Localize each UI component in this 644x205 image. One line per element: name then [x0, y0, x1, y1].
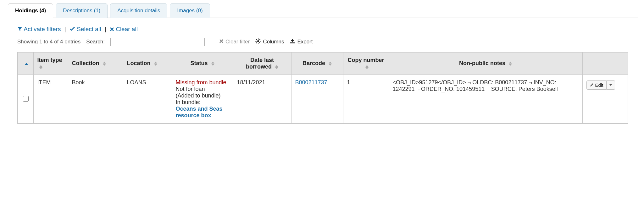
col-barcode[interactable]: Barcode — [291, 52, 343, 75]
svg-line-7 — [259, 39, 260, 40]
svg-line-5 — [256, 39, 257, 40]
col-collection[interactable]: Collection — [68, 52, 123, 75]
cell-date-last-borrowed: 18/11/2021 — [233, 75, 291, 124]
col-location[interactable]: Location — [123, 52, 172, 75]
col-actions — [582, 52, 628, 75]
col-date-last-borrowed[interactable]: Date last borrowed — [233, 52, 291, 75]
status-added-to-bundle: (Added to bundle) — [176, 92, 221, 99]
tabs: Holdings (4) Descriptions (1) Acquisitio… — [8, 3, 638, 18]
cell-item-type: ITEM — [33, 75, 68, 124]
x-icon — [110, 26, 114, 33]
check-icon — [69, 26, 75, 33]
showing-entries-text: Showing 1 to 4 of 4 entries — [17, 39, 80, 45]
search-input[interactable] — [110, 38, 205, 46]
cell-location: LOANS — [123, 75, 172, 124]
status-in-bundle-label: In bundle: — [176, 99, 201, 105]
select-all-link[interactable]: Select all — [69, 26, 103, 32]
cell-status: Missing from bundle Not for loan (Added … — [172, 75, 233, 124]
cell-collection: Book — [68, 75, 123, 124]
download-icon — [290, 38, 295, 46]
tab-acquisition[interactable]: Acquisition details — [110, 3, 167, 18]
col-item-type[interactable]: Item type — [33, 52, 68, 75]
gear-icon — [255, 38, 261, 46]
cell-notes: <OBJ_ID>951279</OBJ_ID> ¬ OLDBC: B000211… — [389, 75, 582, 124]
tab-images[interactable]: Images (0) — [170, 3, 210, 18]
barcode-link[interactable]: B000211737 — [295, 79, 327, 86]
search-label: Search: — [86, 39, 105, 45]
funnel-icon — [17, 26, 22, 33]
col-status[interactable]: Status — [172, 52, 233, 75]
table-row: ITEM Book LOANS Missing from bundle Not … — [18, 75, 628, 124]
col-non-public-notes[interactable]: Non-public notes — [389, 52, 582, 75]
row-select-checkbox[interactable] — [23, 96, 29, 102]
cell-barcode: B000211737 — [291, 75, 343, 124]
columns-button[interactable]: Columns — [255, 38, 284, 46]
svg-point-0 — [257, 40, 259, 42]
holdings-table: Item type Collection Location Status — [17, 52, 628, 124]
col-select[interactable] — [18, 52, 33, 75]
status-not-for-loan: Not for loan — [176, 86, 205, 92]
tab-descriptions[interactable]: Descriptions (1) — [56, 3, 108, 18]
col-copy-number[interactable]: Copy number — [343, 52, 389, 75]
cell-copy-number: 1 — [343, 75, 389, 124]
svg-line-6 — [259, 42, 260, 43]
chevron-down-icon — [609, 84, 612, 86]
status-missing: Missing from bundle — [176, 79, 226, 86]
svg-line-8 — [256, 42, 257, 43]
bundle-link[interactable]: Oceans and Seas resource box — [176, 106, 223, 119]
edit-dropdown-button[interactable] — [607, 80, 615, 90]
clear-filter-button[interactable]: Clear filter — [219, 39, 250, 45]
x-icon — [219, 39, 224, 45]
export-button[interactable]: Export — [290, 38, 313, 46]
edit-button[interactable]: Edit — [586, 80, 607, 90]
search-toolbar: Showing 1 to 4 of 4 entries Search: Clea… — [8, 38, 638, 52]
cell-actions: Edit — [582, 75, 628, 124]
clear-all-link[interactable]: Clear all — [110, 26, 138, 32]
filter-toolbar: Activate filters | Select all | Clear al… — [8, 18, 638, 38]
tab-holdings[interactable]: Holdings (4) — [8, 3, 53, 18]
pencil-icon — [590, 82, 594, 88]
activate-filters-link[interactable]: Activate filters — [17, 26, 63, 32]
